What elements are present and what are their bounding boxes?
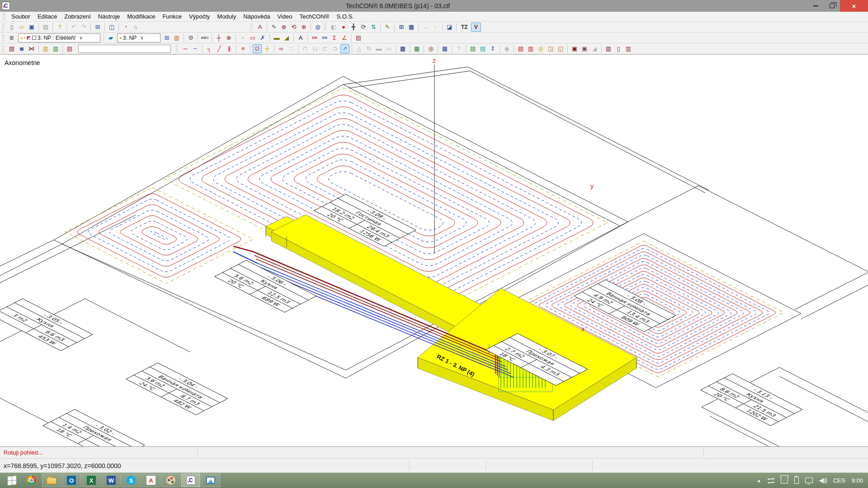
- start-button[interactable]: [2, 474, 21, 487]
- ruler-icon[interactable]: ▬: [272, 33, 281, 42]
- node-snap-icon[interactable]: ┼: [263, 44, 272, 53]
- offset-left-icon[interactable]: ⊏: [321, 44, 330, 53]
- menu-item-video[interactable]: Video: [274, 12, 296, 21]
- dropbox-sync-icon[interactable]: ✓: [781, 477, 788, 483]
- zoom-in-out-icon[interactable]: ⊕: [279, 23, 288, 32]
- tz-button[interactable]: TZ: [459, 23, 470, 32]
- raise-icon[interactable]: ↑: [431, 23, 440, 32]
- orbit-3d-icon[interactable]: ◍: [313, 23, 322, 32]
- floor-cyan-icon[interactable]: ▤: [478, 44, 487, 53]
- menu-item-vpoty[interactable]: Výpočty: [185, 12, 213, 21]
- slope-gray-icon[interactable]: ◢: [590, 44, 599, 53]
- align2-gray-icon[interactable]: ▭: [384, 44, 393, 53]
- pump-icon[interactable]: ◙: [17, 44, 26, 53]
- pipe-dashed-icon[interactable]: ╌: [191, 44, 200, 53]
- coil-icon[interactable]: ◎: [426, 44, 435, 53]
- pipe-line-icon[interactable]: ─: [181, 44, 190, 53]
- table-edit-icon[interactable]: ⊞: [162, 33, 171, 42]
- menu-item-zobrazen[interactable]: Zobrazení: [61, 12, 94, 21]
- point-marker-icon[interactable]: ●: [339, 23, 348, 32]
- floor-move-icon[interactable]: ⇕: [488, 44, 497, 53]
- dn-label-icon[interactable]: DN: [310, 33, 319, 42]
- calc-table-icon[interactable]: ⊞: [397, 23, 406, 32]
- pipe-connect-icon[interactable]: ∅: [253, 44, 262, 53]
- resize-icon[interactable]: ↔: [421, 23, 430, 32]
- clock[interactable]: 9:00: [852, 477, 863, 484]
- manifold-icon[interactable]: ▤: [7, 44, 16, 53]
- layout-red-icon[interactable]: ▤: [516, 44, 525, 53]
- drawing-canvas[interactable]: zyxRZ 1 - 3. NP (4)- 3.09 -Гостиная18.2 …: [0, 54, 868, 446]
- coil-yellow-icon[interactable]: ◎: [536, 44, 545, 53]
- route-pen-icon[interactable]: ✎: [269, 23, 278, 32]
- viewport-3d-icon[interactable]: ◫: [107, 23, 116, 32]
- photo-viewer-icon[interactable]: [201, 474, 220, 487]
- layer-import-icon[interactable]: ▥: [172, 33, 181, 42]
- menu-item-editace[interactable]: Editace: [34, 12, 61, 21]
- device-notes-icon[interactable]: ▤: [65, 44, 74, 53]
- columns-edit-icon[interactable]: ▥: [624, 44, 633, 53]
- export-view-icon[interactable]: ◪: [445, 23, 454, 32]
- menu-item-modifikace[interactable]: Modifikace: [123, 12, 159, 21]
- floor-green-icon[interactable]: ▤: [468, 44, 477, 53]
- radiator-yellow-icon[interactable]: ▥: [41, 44, 50, 53]
- maximize-button[interactable]: [824, 0, 840, 12]
- multi-line-icon[interactable]: ≡: [239, 44, 248, 53]
- spacing-icon[interactable]: ∷: [287, 44, 296, 53]
- skype-icon[interactable]: S: [122, 474, 141, 487]
- chevron-down-icon[interactable]: ∨: [79, 35, 83, 41]
- coil-corner-icon[interactable]: ◲: [546, 44, 555, 53]
- paint-app-icon[interactable]: [161, 474, 180, 487]
- print-icon[interactable]: ▤: [41, 23, 50, 32]
- offset-down-icon[interactable]: ⊔: [311, 44, 320, 53]
- plus-gray-icon[interactable]: +: [238, 33, 247, 42]
- polyline-icon[interactable]: ┐: [205, 44, 214, 53]
- word-icon[interactable]: W: [102, 474, 121, 487]
- floor-select-combobox[interactable]: ●3. NP∨: [117, 33, 160, 42]
- save-device2-icon[interactable]: ▣: [580, 44, 589, 53]
- tray-expand-icon[interactable]: ▲: [757, 478, 761, 483]
- flip-icon[interactable]: ⇅: [369, 23, 378, 32]
- open-folder-icon[interactable]: ▱: [17, 23, 26, 32]
- grid-colored-icon[interactable]: ▦: [412, 44, 421, 53]
- offset-right-icon[interactable]: ⊐: [330, 44, 340, 53]
- windows-defender-icon[interactable]: [768, 477, 774, 484]
- pipe-slash-icon[interactable]: ╱: [215, 44, 224, 53]
- coil-grid-icon[interactable]: ▦: [440, 44, 449, 53]
- layer-checkbox[interactable]: [32, 36, 36, 40]
- table-dark-icon[interactable]: ▦: [398, 44, 407, 53]
- new-file-icon[interactable]: ▯: [7, 23, 16, 32]
- save-icon[interactable]: ▣: [27, 23, 36, 32]
- crosshair-icon[interactable]: ┼: [214, 33, 223, 42]
- explorer-icon[interactable]: [42, 474, 61, 487]
- stamp-unknown-icon[interactable]: ?: [454, 44, 463, 53]
- dn-edit-icon[interactable]: DN: [320, 33, 329, 42]
- menu-item-moduly[interactable]: Moduly: [213, 12, 240, 21]
- align-gray-icon[interactable]: ▬: [374, 44, 383, 53]
- radiator-green-icon[interactable]: ▥: [51, 44, 60, 53]
- menu-item-npovda[interactable]: Nápověda: [240, 12, 274, 21]
- trim-icon[interactable]: ✗: [258, 33, 267, 42]
- wall-3d-icon[interactable]: ▰: [106, 33, 115, 42]
- split-view-icon[interactable]: ⊞: [93, 23, 102, 32]
- zoom-rotate-icon[interactable]: ⟲: [289, 23, 298, 32]
- layout-red2-icon[interactable]: ▥: [526, 44, 535, 53]
- language-indicator[interactable]: CES: [833, 477, 845, 484]
- home-3d-icon[interactable]: ⌂: [131, 23, 140, 32]
- save-device-icon[interactable]: ▣: [570, 44, 579, 53]
- excel-icon[interactable]: X: [82, 474, 101, 487]
- techcon-taskbar-icon[interactable]: Ct: [181, 474, 200, 487]
- selection-area-icon[interactable]: ▭: [248, 33, 257, 42]
- columns-small-icon[interactable]: ▯: [614, 44, 623, 53]
- redo-icon[interactable]: ↷: [79, 23, 88, 32]
- pan-icon[interactable]: ╋: [349, 23, 358, 32]
- columns-icon[interactable]: ▥: [604, 44, 613, 53]
- pencil-icon[interactable]: ✎: [383, 23, 392, 32]
- ruler-slope-icon[interactable]: ◢: [282, 33, 291, 42]
- gk-sum-icon[interactable]: Σ: [330, 33, 339, 42]
- autocad-icon[interactable]: A: [142, 474, 160, 487]
- slope-mark-icon[interactable]: ∠: [340, 33, 349, 42]
- layers-icon[interactable]: ≣: [7, 33, 16, 42]
- crosshair-rotate-icon[interactable]: ⊕: [224, 33, 233, 42]
- wrench-icon[interactable]: ⚙: [186, 33, 195, 42]
- rotate-gray-icon[interactable]: ↻: [364, 44, 373, 53]
